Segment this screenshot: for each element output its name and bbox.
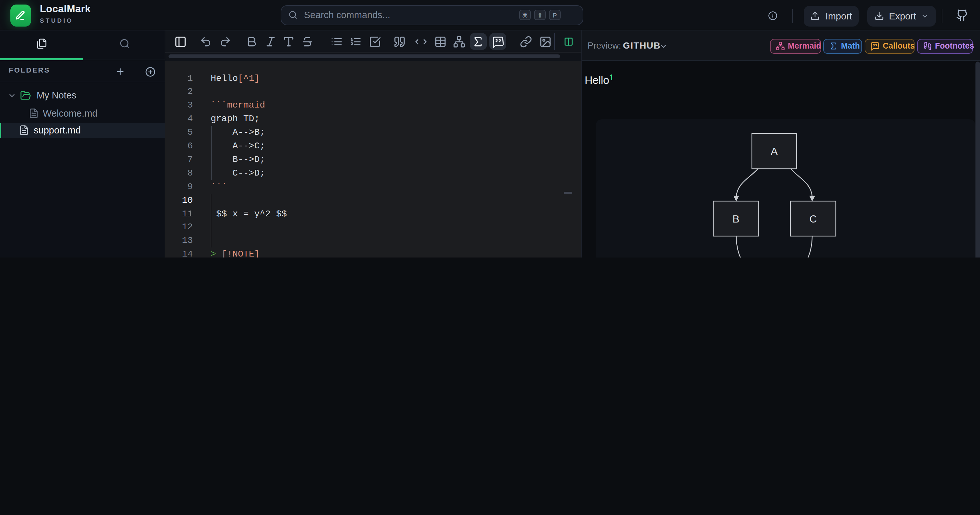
- svg-text:B: B: [732, 213, 739, 225]
- svg-text:C: C: [809, 213, 816, 225]
- svg-text:A: A: [770, 145, 778, 157]
